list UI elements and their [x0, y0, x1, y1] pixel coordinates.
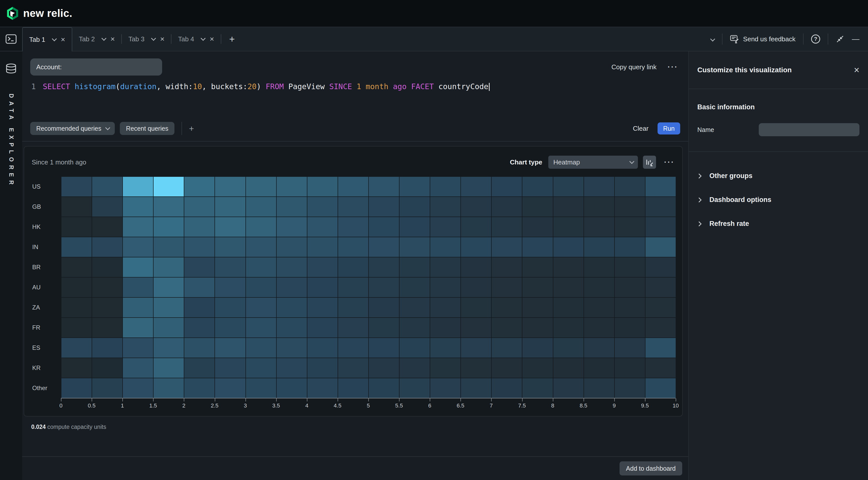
heatmap-cell[interactable]: [184, 338, 215, 358]
name-input[interactable]: [759, 123, 860, 136]
heatmap-cell[interactable]: [646, 197, 676, 217]
heatmap-cell[interactable]: [492, 318, 522, 337]
heatmap-cell[interactable]: [492, 258, 522, 277]
heatmap-cell[interactable]: [184, 358, 215, 378]
heatmap-cell[interactable]: [615, 277, 645, 297]
heatmap-cell[interactable]: [61, 277, 92, 297]
database-icon[interactable]: [5, 63, 17, 74]
heatmap-cell[interactable]: [184, 298, 215, 317]
tab-tab-3[interactable]: Tab 3×: [122, 27, 171, 51]
query-console-icon[interactable]: [5, 34, 17, 44]
heatmap-cell[interactable]: [553, 318, 584, 337]
heatmap-cell[interactable]: [430, 358, 460, 378]
heatmap-cell[interactable]: [184, 258, 215, 277]
heatmap-cell[interactable]: [338, 318, 368, 337]
heatmap-cell[interactable]: [307, 298, 338, 317]
heatmap-cell[interactable]: [92, 197, 122, 217]
heatmap-cell[interactable]: [430, 338, 460, 358]
heatmap-cell[interactable]: [400, 277, 430, 297]
heatmap-cell[interactable]: [522, 298, 553, 317]
heatmap-cell[interactable]: [522, 338, 553, 358]
heatmap-cell[interactable]: [522, 258, 553, 277]
heatmap-cell[interactable]: [400, 197, 430, 217]
heatmap-cell[interactable]: [369, 277, 399, 297]
clear-button[interactable]: Clear: [633, 125, 649, 132]
heatmap-cell[interactable]: [154, 338, 184, 358]
heatmap-cell[interactable]: [215, 378, 245, 398]
heatmap-cell[interactable]: [553, 237, 584, 257]
heatmap-cell[interactable]: [215, 237, 245, 257]
heatmap-cell[interactable]: [184, 277, 215, 297]
heatmap-cell[interactable]: [646, 358, 676, 378]
heatmap-cell[interactable]: [584, 277, 614, 297]
heatmap-cell[interactable]: [553, 338, 584, 358]
heatmap-cell[interactable]: [646, 318, 676, 337]
heatmap-cell[interactable]: [61, 258, 92, 277]
heatmap-cell[interactable]: [522, 378, 553, 398]
close-tab-icon[interactable]: ×: [111, 35, 115, 43]
heatmap-cell[interactable]: [277, 318, 307, 337]
heatmap-cell[interactable]: [184, 197, 215, 217]
heatmap-cell[interactable]: [246, 258, 276, 277]
heatmap-cell[interactable]: [92, 277, 122, 297]
heatmap-cell[interactable]: [400, 177, 430, 197]
heatmap-cell[interactable]: [307, 197, 338, 217]
heatmap-cell[interactable]: [277, 298, 307, 317]
heatmap-cell[interactable]: [154, 358, 184, 378]
heatmap-cell[interactable]: [338, 237, 368, 257]
heatmap-cell[interactable]: [522, 277, 553, 297]
heatmap-cell[interactable]: [584, 258, 614, 277]
heatmap-cell[interactable]: [123, 318, 153, 337]
heatmap-cell[interactable]: [400, 237, 430, 257]
heatmap-cell[interactable]: [584, 338, 614, 358]
heatmap-cell[interactable]: [215, 277, 245, 297]
heatmap-cell[interactable]: [123, 378, 153, 398]
heatmap-cell[interactable]: [400, 298, 430, 317]
heatmap-cell[interactable]: [61, 217, 92, 237]
heatmap-cell[interactable]: [123, 358, 153, 378]
heatmap-cell[interactable]: [246, 338, 276, 358]
heatmap-cell[interactable]: [246, 237, 276, 257]
heatmap-cell[interactable]: [61, 318, 92, 337]
heatmap-cell[interactable]: [123, 338, 153, 358]
heatmap-cell[interactable]: [215, 258, 245, 277]
heatmap-cell[interactable]: [154, 217, 184, 237]
heatmap-cell[interactable]: [92, 177, 122, 197]
heatmap-cell[interactable]: [154, 298, 184, 317]
recent-queries-button[interactable]: Recent queries: [120, 122, 174, 135]
heatmap-cell[interactable]: [492, 197, 522, 217]
heatmap-cell[interactable]: [400, 318, 430, 337]
heatmap-cell[interactable]: [215, 318, 245, 337]
heatmap-cell[interactable]: [184, 318, 215, 337]
heatmap-cell[interactable]: [584, 177, 614, 197]
tab-tab-1[interactable]: Tab 1×: [22, 27, 72, 51]
heatmap-cell[interactable]: [584, 217, 614, 237]
heatmap-cell[interactable]: [522, 217, 553, 237]
heatmap-cell[interactable]: [615, 177, 645, 197]
heatmap-cell[interactable]: [184, 237, 215, 257]
heatmap-cell[interactable]: [461, 277, 491, 297]
heatmap-cell[interactable]: [492, 277, 522, 297]
heatmap-cell[interactable]: [246, 298, 276, 317]
heatmap-cell[interactable]: [522, 358, 553, 378]
help-icon[interactable]: ?: [811, 34, 820, 43]
heatmap-cell[interactable]: [584, 358, 614, 378]
heatmap-cell[interactable]: [461, 338, 491, 358]
heatmap-cell[interactable]: [400, 378, 430, 398]
heatmap-cell[interactable]: [369, 177, 399, 197]
heatmap-cell[interactable]: [92, 378, 122, 398]
heatmap-cell[interactable]: [338, 217, 368, 237]
heatmap-cell[interactable]: [246, 358, 276, 378]
heatmap-cell[interactable]: [277, 177, 307, 197]
close-tab-icon[interactable]: ×: [61, 36, 65, 43]
heatmap-cell[interactable]: [615, 338, 645, 358]
heatmap-cell[interactable]: [307, 378, 338, 398]
minimize-icon[interactable]: —: [852, 35, 859, 43]
chart-type-select[interactable]: Heatmap: [548, 156, 638, 169]
heatmap-cell[interactable]: [123, 177, 153, 197]
heatmap-cell[interactable]: [92, 217, 122, 237]
chevron-down-icon[interactable]: [200, 36, 206, 41]
heatmap-cell[interactable]: [584, 237, 614, 257]
heatmap-cell[interactable]: [246, 197, 276, 217]
heatmap-cell[interactable]: [307, 237, 338, 257]
